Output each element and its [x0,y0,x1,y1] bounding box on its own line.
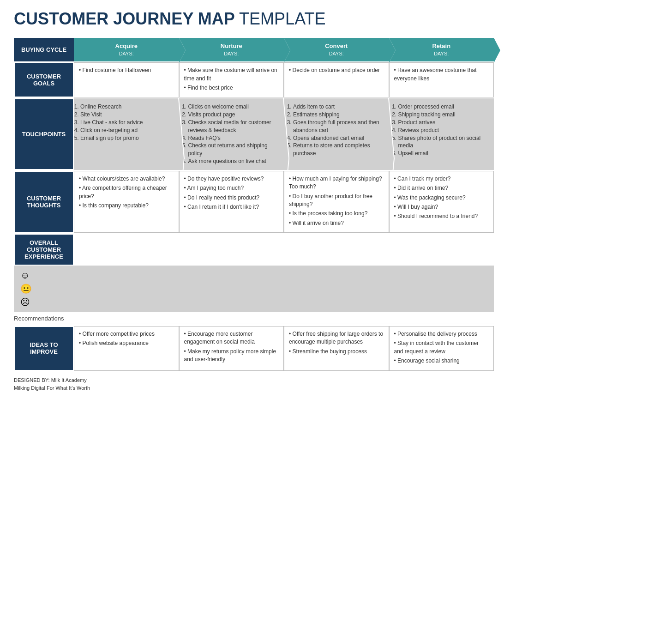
ideas-cell-3: Offer free shipping for large orders to … [284,326,389,371]
ideas-to-improve-row: IDEAS TOIMPROVE Offer more competitive p… [14,326,494,371]
thoughts-cell-4: Can I track my order? Did it arrive on t… [389,171,494,233]
tp-cell-1: Online ResearchSite VisitLive Chat - ask… [74,98,178,169]
customer-goals-label: CUSTOMERGOALS [14,62,74,97]
tp-cell-3: Adds item to cartEstimates shippingGoes … [284,98,388,169]
recommendations-divider [14,323,494,323]
thoughts-cell-1: What colours/sizes are available? Are co… [74,171,179,233]
thoughts-cell-3: How much am I paying for shipping? Too m… [284,171,389,233]
buying-cycle-label: BUYING CYCLE [14,38,74,61]
goals-cell-1: Find costume for Halloween [74,62,179,97]
stage-retain: Retain DAYS: [389,38,494,61]
ideas-cell-4: Personalise the delivery process Stay in… [389,326,494,371]
goals-cell-2: Make sure the costume will arrive on tim… [179,62,284,97]
customer-thoughts-row: CUSTOMERTHOUGHTS What colours/sizes are … [14,171,494,233]
goals-cell-3: Decide on costume and place order [284,62,389,97]
stage-acquire: Acquire DAYS: [74,38,179,61]
tp-cell-2: Clicks on welcome emailVisits product pa… [179,98,283,169]
overall-experience-label: OVERALLCUSTOMEREXPERIENCE [14,234,74,266]
ideas-cell-1: Offer more competitive prices Polish web… [74,326,179,371]
page-title: CUSTOMER JOURNEY MAP TEMPLATE [14,9,494,29]
stage-convert: Convert DAYS: [284,38,389,61]
recommendations-label: Recommendations [14,315,494,322]
footer: DESIGNED BY: Milk It Academy Milking Dig… [14,376,494,393]
thoughts-cell-2: Do they have positive reviews? Am I payi… [179,171,284,233]
goals-cell-4: Have an awesome costume that everyone li… [389,62,494,97]
tp-cell-4: Order processed emailShipping tracking e… [389,98,494,169]
ideas-cell-2: Encourage more customer engagement on so… [179,326,284,371]
overall-experience-row: OVERALLCUSTOMEREXPERIENCE ☺ 😐 ☹ [14,234,494,312]
customer-goals-row: CUSTOMERGOALS Find costume for Halloween… [14,62,494,97]
neutral-icon: 😐 [20,283,487,294]
customer-thoughts-label: CUSTOMERTHOUGHTS [14,171,74,233]
ideas-label: IDEAS TOIMPROVE [14,326,74,371]
buying-cycle-row: BUYING CYCLE Acquire DAYS: Nurture DAYS:… [14,38,494,61]
recommendations-section: Recommendations [14,315,494,323]
footer-line1: DESIGNED BY: Milk It Academy [14,376,494,385]
touchpoints-row: TOUCHPOINTS Online ResearchSite VisitLiv… [14,98,494,169]
stage-nurture: Nurture DAYS: [179,38,284,61]
happy-icon: ☺ [20,270,487,281]
sad-icon: ☹ [20,296,487,308]
touchpoints-label: TOUCHPOINTS [14,98,74,169]
experience-content: ☺ 😐 ☹ [14,266,494,312]
footer-line2: Milking Digital For What It's Worth [14,384,494,393]
